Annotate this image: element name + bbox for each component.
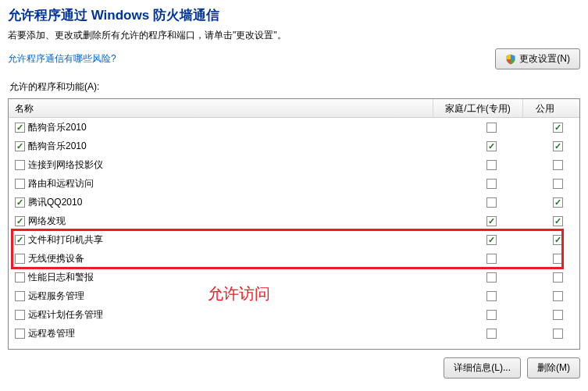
enable-checkbox[interactable] [15,141,25,151]
row-home-cell [447,269,536,286]
public-checkbox[interactable] [553,272,563,283]
home-checkbox[interactable] [486,291,497,301]
page-title: 允许程序通过 Windows 防火墙通信 [8,6,580,24]
table-row[interactable]: 远程计划任务管理 [9,305,579,324]
enable-checkbox[interactable] [15,310,25,320]
enable-checkbox[interactable] [15,216,25,226]
row-public-cell [536,325,579,342]
row-public-cell [536,307,579,323]
home-checkbox[interactable] [486,235,497,245]
home-checkbox[interactable] [486,329,497,339]
row-label: 路由和远程访问 [28,177,94,190]
table-row[interactable]: 性能日志和警报 [9,268,579,286]
row-name-cell: 远程服务管理 [9,290,447,303]
table-row[interactable]: 无线便携设备 [9,249,579,268]
page-subtitle: 若要添加、更改或删除所有允许的程序和端口，请单击"更改设置"。 [8,29,580,42]
table-row[interactable]: 网络发现 [9,211,579,230]
table-row[interactable]: 酷狗音乐2010 [9,118,579,137]
row-name-cell: 无线便携设备 [9,252,447,265]
home-checkbox[interactable] [486,160,497,170]
home-checkbox[interactable] [486,123,497,133]
row-public-cell [536,119,579,136]
row-public-cell [536,232,579,248]
row-home-cell [447,307,536,323]
row-home-cell [447,251,536,267]
home-checkbox[interactable] [486,141,497,151]
public-checkbox[interactable] [553,160,563,170]
row-label: 远程卷管理 [28,327,75,340]
column-header-public[interactable]: 公用 [523,99,566,117]
enable-checkbox[interactable] [15,329,25,339]
row-home-cell [447,325,536,342]
row-label: 酷狗音乐2010 [28,140,87,153]
row-public-cell [536,138,579,155]
program-list: 名称 家庭/工作(专用) 公用 允许访问 酷狗音乐2010酷狗音乐2010连接到… [8,98,580,350]
home-checkbox[interactable] [486,310,497,320]
row-name-cell: 酷狗音乐2010 [9,140,447,153]
enable-checkbox[interactable] [15,179,25,189]
row-public-cell [536,194,579,211]
enable-checkbox[interactable] [15,235,25,245]
enable-checkbox[interactable] [15,272,25,283]
row-label: 性能日志和警报 [28,271,94,284]
home-checkbox[interactable] [486,272,497,283]
public-checkbox[interactable] [553,310,563,320]
enable-checkbox[interactable] [15,291,25,301]
risk-link[interactable]: 允许程序通信有哪些风险? [8,52,116,66]
row-name-cell: 腾讯QQ2010 [9,196,447,209]
enable-checkbox[interactable] [15,197,25,208]
change-settings-button[interactable]: 更改设置(N) [495,48,580,69]
row-label: 网络发现 [28,215,66,228]
home-checkbox[interactable] [486,254,497,264]
row-label: 远程计划任务管理 [28,308,103,322]
row-home-cell [447,176,536,192]
row-label: 酷狗音乐2010 [28,121,87,134]
section-label: 允许的程序和功能(A): [9,80,580,94]
row-name-cell: 网络发现 [9,215,447,228]
row-label: 腾讯QQ2010 [28,196,82,209]
table-row[interactable]: 文件和打印机共享 [9,230,579,249]
column-header-name[interactable]: 名称 [9,99,433,117]
table-row[interactable]: 远程服务管理 [9,286,579,305]
home-checkbox[interactable] [486,197,497,208]
row-label: 文件和打印机共享 [28,233,103,247]
public-checkbox[interactable] [553,291,563,301]
row-name-cell: 文件和打印机共享 [9,233,447,247]
row-name-cell: 连接到网络投影仪 [9,158,447,172]
table-row[interactable]: 远程卷管理 [9,324,579,343]
row-label: 连接到网络投影仪 [28,158,103,172]
shield-icon [505,54,516,65]
public-checkbox[interactable] [553,216,563,226]
public-checkbox[interactable] [553,235,563,245]
details-button[interactable]: 详细信息(L)... [444,357,521,379]
public-checkbox[interactable] [553,197,563,208]
row-home-cell [447,213,536,229]
public-checkbox[interactable] [553,123,563,133]
row-public-cell [536,269,579,286]
row-home-cell [447,194,536,211]
list-body[interactable]: 允许访问 酷狗音乐2010酷狗音乐2010连接到网络投影仪路由和远程访问腾讯QQ… [9,118,579,349]
enable-checkbox[interactable] [15,123,25,133]
public-checkbox[interactable] [553,141,563,151]
row-home-cell [447,288,536,304]
public-checkbox[interactable] [553,254,563,264]
home-checkbox[interactable] [486,179,497,189]
table-row[interactable]: 腾讯QQ2010 [9,193,579,211]
row-name-cell: 路由和远程访问 [9,177,447,190]
row-label: 无线便携设备 [28,252,84,265]
table-row[interactable]: 连接到网络投影仪 [9,155,579,174]
row-public-cell [536,157,579,173]
enable-checkbox[interactable] [15,254,25,264]
public-checkbox[interactable] [553,329,563,339]
table-row[interactable]: 路由和远程访问 [9,174,579,193]
remove-button[interactable]: 删除(M) [527,357,580,379]
enable-checkbox[interactable] [15,160,25,170]
home-checkbox[interactable] [486,216,497,226]
row-home-cell [447,232,536,248]
column-header-home[interactable]: 家庭/工作(专用) [433,99,523,117]
table-row[interactable]: 酷狗音乐2010 [9,137,579,155]
row-home-cell [447,119,536,136]
row-home-cell [447,157,536,173]
change-settings-label: 更改设置(N) [519,52,570,66]
public-checkbox[interactable] [553,179,563,189]
